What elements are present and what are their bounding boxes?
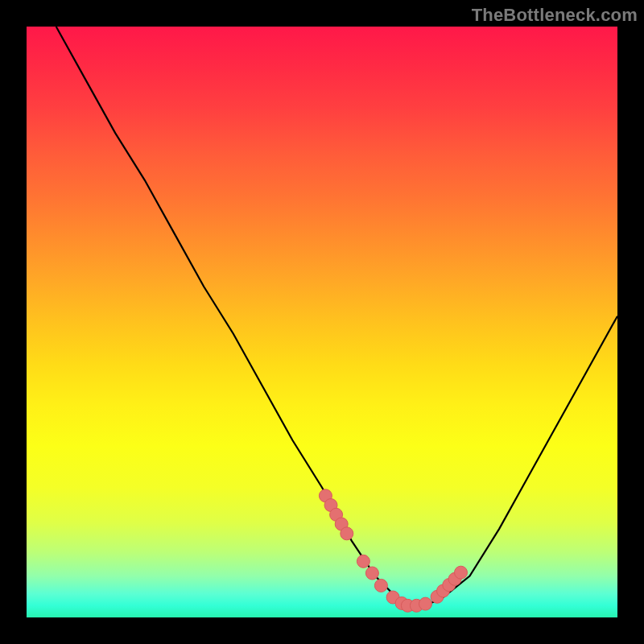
- chart-svg: [27, 27, 617, 617]
- marker-dot: [365, 567, 378, 580]
- chart-frame: TheBottleneck.com: [0, 0, 644, 644]
- marker-dot: [357, 555, 369, 568]
- marker-dot: [419, 597, 432, 610]
- data-markers: [319, 489, 467, 613]
- watermark-text: TheBottleneck.com: [472, 5, 638, 26]
- marker-dot: [455, 566, 468, 579]
- marker-dot: [374, 579, 387, 592]
- marker-dot: [341, 527, 353, 540]
